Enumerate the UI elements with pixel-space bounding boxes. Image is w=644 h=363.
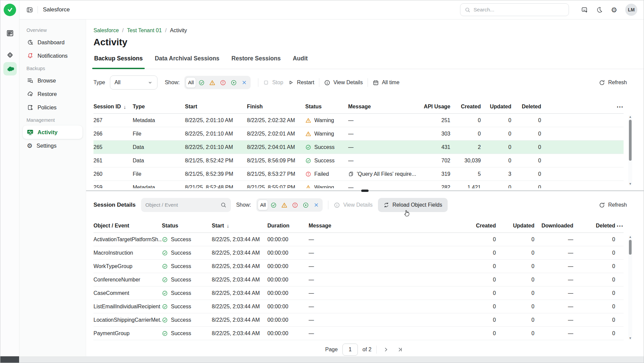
- salesforce-connector-tile[interactable]: [3, 62, 17, 75]
- col-session-id[interactable]: Session ID↓: [93, 104, 133, 110]
- col-object-event[interactable]: Object / Event: [93, 223, 162, 229]
- object-event-row[interactable]: MacroInstruction Success 8/22/25, 2:03:4…: [93, 246, 624, 260]
- object-event-row[interactable]: ListEmailIndividualRecipient Success 8/2…: [93, 300, 624, 313]
- cell-start: 8/22/25, 2:03:44 AM: [212, 317, 267, 323]
- filter-skipped-icon[interactable]: [311, 200, 321, 210]
- filter-running-icon[interactable]: [229, 77, 239, 88]
- column-menu-icon[interactable]: ⋯: [541, 103, 624, 111]
- filter-running-icon[interactable]: [301, 200, 311, 210]
- sidebar-item-dashboard[interactable]: Dashboard: [23, 36, 82, 49]
- object-event-input[interactable]: [145, 202, 218, 208]
- col-updated[interactable]: Updated: [481, 104, 511, 110]
- restart-button[interactable]: Restart: [288, 80, 314, 86]
- filter-all[interactable]: All: [258, 200, 268, 210]
- brand-logo[interactable]: [4, 4, 16, 16]
- copy-icon[interactable]: [348, 171, 354, 177]
- object-event-row[interactable]: ActivationTargetPlatformSh... Success 8/…: [93, 233, 624, 246]
- col-start[interactable]: Start↓: [212, 223, 267, 229]
- breadcrumb-root[interactable]: Salesforce: [93, 28, 119, 34]
- col-status[interactable]: Status: [162, 223, 212, 229]
- session-row[interactable]: 259 Metadata 8/21/25, 8:52:48 PM 8/21/25…: [93, 181, 624, 188]
- refresh-sessions-button[interactable]: Refresh: [599, 80, 627, 86]
- reload-object-fields-button[interactable]: Reload Object Fields: [378, 198, 448, 212]
- avatar-initials: LM: [628, 7, 635, 12]
- scrollbar-thumb[interactable]: [629, 120, 632, 161]
- sidebar-toggle-icon[interactable]: [26, 6, 33, 13]
- sessions-scrollbar[interactable]: ▲ ▼: [628, 115, 632, 186]
- next-page-icon[interactable]: [381, 345, 391, 354]
- object-event-search[interactable]: [141, 198, 231, 212]
- sidebar-item-activity[interactable]: Activity: [23, 125, 82, 139]
- filter-success-icon[interactable]: [196, 77, 207, 88]
- col-message[interactable]: Message: [348, 104, 416, 110]
- global-search[interactable]: [460, 3, 569, 16]
- view-details-button[interactable]: View Details: [324, 80, 363, 86]
- col-finish[interactable]: Finish: [247, 104, 305, 110]
- filter-success-icon[interactable]: [268, 200, 279, 210]
- col-duration[interactable]: Duration: [267, 223, 309, 229]
- filter-error-icon[interactable]: [218, 77, 228, 88]
- object-event-row[interactable]: LocationShippingCarrierMet... Success 8/…: [93, 313, 624, 327]
- col-created[interactable]: Created: [462, 223, 496, 229]
- sidebar-item-settings[interactable]: ⚙ Settings: [23, 139, 82, 152]
- filter-warning-icon[interactable]: [279, 200, 289, 210]
- col-updated[interactable]: Updated: [496, 223, 534, 229]
- object-event-row[interactable]: WorkTypeGroup Success 8/22/25, 2:03:44 A…: [93, 260, 624, 273]
- search-input[interactable]: [473, 7, 564, 13]
- object-event-row[interactable]: ConferenceNumber Success 8/22/25, 2:03:4…: [93, 273, 624, 287]
- col-deleted[interactable]: Deleted: [511, 104, 541, 110]
- workspaces-icon[interactable]: [0, 29, 19, 37]
- cell-deleted: 0: [573, 330, 615, 336]
- filter-all[interactable]: All: [186, 77, 196, 88]
- column-menu-icon[interactable]: ⋯: [615, 222, 624, 230]
- tab[interactable]: Data Archival Sessions: [154, 54, 220, 69]
- object-event-row[interactable]: CaseComment Success 8/22/25, 2:03:44 AM …: [93, 287, 624, 300]
- col-status[interactable]: Status: [305, 104, 348, 110]
- col-start[interactable]: Start: [185, 104, 247, 110]
- avatar[interactable]: LM: [625, 4, 637, 16]
- session-row[interactable]: 266 File 8/22/25, 2:01:10 AM 8/22/25, 2:…: [93, 127, 624, 141]
- sidebar-item-policies[interactable]: Policies: [23, 101, 82, 114]
- panel-splitter[interactable]: [86, 190, 644, 191]
- col-created[interactable]: Created: [450, 104, 481, 110]
- col-api-usage[interactable]: API Usage: [416, 104, 450, 110]
- stop-button[interactable]: Stop: [263, 80, 283, 86]
- details-view-details-button[interactable]: View Details: [334, 202, 373, 208]
- col-downloaded[interactable]: Downloaded: [534, 223, 573, 229]
- tab-label: Backup Sessions: [94, 55, 143, 62]
- scrollbar-thumb[interactable]: [629, 240, 632, 255]
- scroll-up-icon[interactable]: ▲: [629, 235, 632, 239]
- session-row[interactable]: 265 Data 8/22/25, 2:01:10 AM 8/22/25, 2:…: [93, 141, 624, 154]
- splitter-handle[interactable]: [361, 190, 369, 192]
- tab[interactable]: Backup Sessions: [93, 54, 143, 69]
- tab[interactable]: Restore Sessions: [231, 54, 281, 69]
- time-range-button[interactable]: All time: [373, 80, 399, 86]
- sidebar-item-browse[interactable]: Browse: [23, 74, 82, 87]
- breadcrumb-tenant[interactable]: Test Tenant 01: [127, 28, 162, 34]
- object-event-row[interactable]: PaymentGroup Success 8/22/25, 2:03:44 AM…: [93, 327, 624, 340]
- col-message[interactable]: Message: [309, 223, 462, 229]
- session-row[interactable]: 267 Metadata 8/22/25, 2:01:10 AM 8/22/25…: [93, 114, 624, 127]
- scroll-up-icon[interactable]: ▲: [629, 115, 632, 119]
- sidebar-item-restore[interactable]: Restore: [23, 87, 82, 101]
- col-type[interactable]: Type: [133, 104, 185, 110]
- type-select[interactable]: All: [110, 75, 157, 90]
- sidebar-item-notifications[interactable]: Notifications: [23, 49, 82, 62]
- settings-gear-icon[interactable]: ⚙: [611, 6, 617, 13]
- filter-error-icon[interactable]: [290, 200, 300, 210]
- session-row[interactable]: 260 File 8/21/25, 8:52:39 PM 8/21/25, 8:…: [93, 167, 624, 181]
- tab[interactable]: Audit: [292, 54, 309, 69]
- page-number-input[interactable]: [342, 344, 358, 356]
- dark-mode-icon[interactable]: [596, 6, 603, 13]
- connectors-icon[interactable]: [0, 51, 19, 59]
- filter-warning-icon[interactable]: [207, 77, 217, 88]
- scroll-down-icon[interactable]: ▼: [629, 182, 632, 186]
- feedback-icon[interactable]: [581, 6, 588, 13]
- last-page-icon[interactable]: [395, 345, 405, 354]
- scroll-down-icon[interactable]: ▼: [629, 336, 632, 340]
- session-row[interactable]: 261 Data 8/21/25, 8:52:42 PM 8/21/25, 8:…: [93, 154, 624, 167]
- filter-skipped-icon[interactable]: [239, 77, 249, 88]
- col-deleted[interactable]: Deleted: [573, 223, 615, 229]
- refresh-details-button[interactable]: Refresh: [599, 202, 627, 208]
- details-scrollbar[interactable]: ▲ ▼: [628, 235, 632, 340]
